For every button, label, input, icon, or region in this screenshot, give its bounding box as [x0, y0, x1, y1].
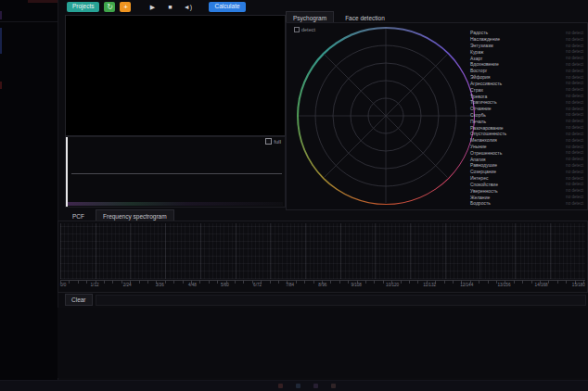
axis-tick-label: 14/168: [535, 283, 548, 287]
emotion-row: Страх no detect: [470, 86, 583, 93]
add-button[interactable]: +: [120, 2, 131, 12]
emotion-label: Желание: [470, 195, 490, 200]
clear-strip: [96, 295, 586, 306]
axis-tick-label: 6/72: [253, 283, 262, 287]
emotion-row: Спокойствие no detect: [470, 182, 583, 188]
emotion-row: Азарт no detect: [470, 55, 583, 61]
axis-tick-label: 15/180: [572, 283, 585, 287]
emotion-label: Созерцание: [470, 169, 496, 174]
clear-button[interactable]: Clear: [65, 294, 93, 306]
emotion-row: Скорбь no detect: [470, 112, 583, 119]
empty-panel: [58, 308, 588, 378]
axis-tick-label: 0/0: [60, 283, 66, 287]
refresh-button[interactable]: ↻: [104, 2, 115, 12]
stop-button[interactable]: ■: [163, 4, 176, 10]
axis-tick-label: 7/84: [286, 283, 294, 287]
spectrogram-grid: [60, 223, 585, 279]
emotion-value: no detect: [566, 81, 583, 85]
emotion-label: Кураж: [470, 49, 483, 55]
emotion-label: Печаль: [470, 119, 486, 124]
emotion-row: Бодрость no detect: [470, 200, 583, 207]
sidebar-top-strip: [28, 0, 58, 3]
app-window: Projects ↻ + ▶ ■ ◄) Calculate full Psych…: [0, 0, 588, 391]
taskbar-icon[interactable]: [331, 384, 336, 388]
emotion-label: Наслаждение: [470, 36, 500, 42]
play-button[interactable]: ▶: [146, 4, 159, 11]
emotion-label: Апатия: [470, 157, 486, 162]
emotion-value: no detect: [566, 201, 583, 206]
emotion-value: no detect: [566, 87, 583, 92]
taskbar-icon[interactable]: [296, 384, 300, 388]
emotion-row: Тревога no detect: [470, 93, 583, 99]
emotion-label: Восторг: [470, 68, 487, 73]
projects-button[interactable]: Projects: [67, 2, 99, 12]
plus-icon: +: [123, 4, 128, 11]
taskbar-icon[interactable]: [313, 384, 318, 388]
emotion-label: Отрешенность: [470, 150, 502, 156]
emotion-value: no detect: [566, 69, 583, 73]
full-checkbox[interactable]: full: [265, 138, 281, 145]
axis-tick-label: 12/144: [460, 283, 473, 287]
emotion-row: Желание no detect: [470, 194, 583, 200]
emotion-row: Равнодушие no detect: [470, 162, 583, 169]
emotion-value: no detect: [566, 176, 583, 181]
axis-tick-label: 3/36: [156, 283, 164, 287]
axis-tick-label: 9/108: [351, 283, 362, 287]
emotion-label: Радость: [470, 30, 488, 35]
emotion-value: no detect: [566, 31, 583, 35]
waveform-panel[interactable]: full: [65, 136, 286, 208]
emotion-label: Опустошенность: [470, 131, 506, 136]
waveform-baseline: [71, 173, 282, 174]
taskbar-icon[interactable]: [278, 384, 283, 388]
emotion-label: Меланхолия: [470, 137, 497, 143]
emotion-row: Энтузиазм no detect: [470, 43, 583, 49]
emotion-label: Тревога: [470, 94, 487, 99]
emotion-value: no detect: [566, 56, 583, 60]
emotion-value: no detect: [566, 163, 583, 168]
emotion-row: Интерес no detect: [470, 175, 583, 182]
emotion-value: no detect: [566, 75, 583, 80]
emotion-label: Разочарование: [470, 125, 503, 131]
emotion-label: Агрессивность: [470, 81, 502, 86]
emotion-label: Азарт: [470, 56, 482, 61]
emotion-label: Энтузиазм: [470, 43, 493, 48]
emotion-label: Страх: [470, 87, 483, 93]
emotion-row: Меланхолия no detect: [470, 137, 583, 144]
emotion-value: no detect: [566, 157, 583, 161]
emotion-value: no detect: [566, 195, 583, 199]
edge-artifact: [0, 11, 2, 19]
emotion-value: no detect: [566, 94, 583, 98]
emotion-row: Наслаждение no detect: [470, 36, 583, 43]
playhead[interactable]: [66, 137, 68, 207]
axis-tick-label: 8/96: [318, 283, 326, 287]
emotion-label: Интерес: [470, 175, 488, 181]
emotion-value: no detect: [566, 44, 583, 48]
spectrogram-axis-ticks: 0/01/122/243/364/485/606/727/848/969/108…: [60, 283, 585, 287]
emotion-value: no detect: [566, 188, 583, 193]
edge-artifact: [0, 82, 2, 89]
axis-tick-label: 5/60: [221, 283, 229, 287]
emotion-row: Опустошенность no detect: [470, 131, 583, 137]
emotion-row: Разочарование no detect: [470, 124, 583, 131]
emotion-row: Апатия no detect: [470, 156, 583, 162]
axis-tick-label: 2/24: [123, 283, 132, 287]
volume-button[interactable]: ◄): [181, 4, 194, 10]
emotion-value: no detect: [566, 100, 583, 105]
emotion-row: Созерцание no detect: [470, 169, 583, 175]
waveform-color-strip: [68, 202, 283, 206]
emotion-label: Отчаяние: [470, 106, 492, 111]
emotion-row: Вдохновение no detect: [470, 61, 583, 68]
emotion-value: no detect: [566, 37, 583, 42]
emotion-row: Эйфория no detect: [470, 74, 583, 81]
full-checkbox-label: full: [274, 139, 281, 145]
emotion-value: no detect: [566, 62, 583, 67]
emotion-list: Радость no detect Наслаждение no detect …: [470, 30, 583, 207]
calculate-button[interactable]: Calculate: [209, 2, 245, 12]
emotion-value: no detect: [566, 145, 583, 149]
taskbar[interactable]: [0, 380, 588, 391]
clear-row: Clear: [58, 294, 586, 306]
edge-artifact: [0, 28, 2, 54]
emotion-label: Эйфория: [470, 74, 491, 80]
psychogram-chart: [297, 27, 475, 205]
emotion-row: Радость no detect: [470, 30, 583, 36]
